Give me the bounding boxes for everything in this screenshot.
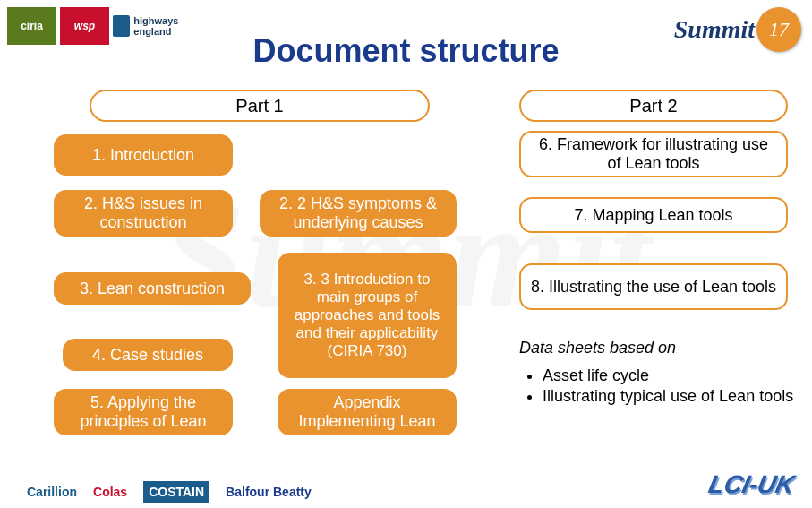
box-illustrating: 8. Illustrating the use of Lean tools <box>519 263 788 310</box>
box-mapping: 7. Mapping Lean tools <box>519 197 788 233</box>
box-lean-construction: 3. Lean construction <box>54 272 251 305</box>
box-hs-issues: 2. H&S issues in construction <box>54 190 233 237</box>
colas-logo: Colas <box>93 485 127 499</box>
box-intro-groups: 3. 3 Introduction to main groups of appr… <box>278 253 457 378</box>
box-introduction: 1. Introduction <box>54 134 233 176</box>
bullet-asset-life: Asset life cycle <box>543 366 806 385</box>
notes-title: Data sheets based on <box>519 339 806 357</box>
box-hs-symptoms: 2. 2 H&S symptoms & underlying causes <box>260 190 457 237</box>
box-applying-principles: 5. Applying the principles of Lean <box>54 389 233 435</box>
box-framework: 6. Framework for illustrating use of Lea… <box>519 131 788 177</box>
costain-logo: COSTAIN <box>143 481 209 503</box>
part1-header: Part 1 <box>90 90 430 122</box>
diagram-area: Part 1 Part 2 1. Introduction 2. H&S iss… <box>54 90 785 454</box>
lci-uk-logo: LCI-UK <box>706 470 798 499</box>
carillion-logo: Carillion <box>27 485 77 499</box>
bullet-illustrating: Illustrating typical use of Lean tools <box>543 387 806 406</box>
slide-title: Document structure <box>0 32 812 70</box>
part2-header: Part 2 <box>519 90 788 122</box>
balfour-beatty-logo: Balfour Beatty <box>226 485 312 499</box>
box-case-studies: 4. Case studies <box>63 339 233 371</box>
bottom-logo-row: Carillion Colas COSTAIN Balfour Beatty <box>27 481 312 503</box>
box-appendix: Appendix Implementing Lean <box>278 389 457 435</box>
notes-block: Data sheets based on Asset life cycle Il… <box>519 339 806 408</box>
